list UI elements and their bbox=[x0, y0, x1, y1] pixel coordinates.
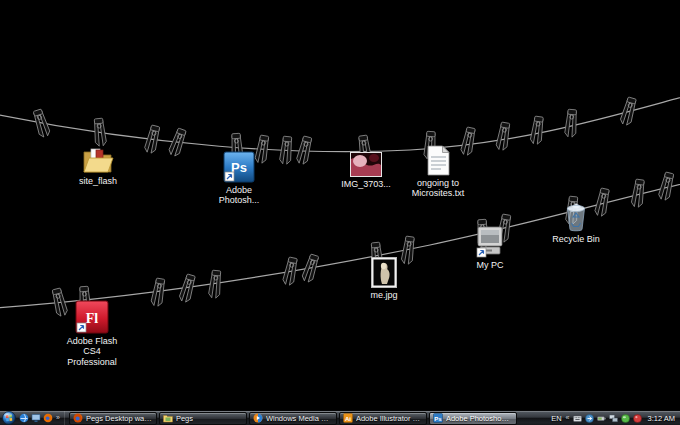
desktop-icon-label: ongoing to Microsites.txt bbox=[412, 178, 465, 199]
desktop-icon-adobe[interactable]: Ps Adobe Photosh... bbox=[204, 151, 274, 206]
desktop-icon-label: Adobe Flash CS4 Professional bbox=[67, 336, 118, 367]
photo-pink-icon bbox=[350, 152, 382, 177]
desktop-icon-me-jpg[interactable]: me.jpg bbox=[349, 257, 419, 300]
desktop-icon-adobe-flash[interactable]: Fl Adobe Flash CS4 Professional bbox=[57, 300, 127, 367]
taskbar-button-pegs[interactable]: Pegs bbox=[159, 412, 247, 425]
taskbar-button-adobe-photoshop-c[interactable]: PsAdobe Photoshop C... bbox=[429, 412, 517, 425]
language-indicator[interactable]: EN bbox=[551, 414, 561, 423]
fl-icon: Fl bbox=[75, 300, 109, 334]
taskbar: » Pegs Desktop wallp... Pegs Windows Med… bbox=[0, 410, 680, 425]
battery-icon[interactable] bbox=[597, 414, 606, 423]
desktop-icon-my-pc[interactable]: My PC bbox=[455, 226, 525, 270]
safely-remove-icon[interactable] bbox=[585, 414, 594, 423]
svg-text:Ps: Ps bbox=[434, 416, 442, 422]
folder-icon bbox=[82, 146, 114, 174]
ps-app-icon: Ps bbox=[433, 413, 443, 423]
network-icon[interactable] bbox=[609, 414, 618, 423]
desktop-screen: site_flash Ps Adobe Photosh... IMG_3703.… bbox=[0, 0, 680, 425]
taskbar-button-adobe-illustrator-cs[interactable]: AiAdobe Illustrator CS... bbox=[339, 412, 427, 425]
taskbar-button-windows-media-pla[interactable]: Windows Media Pla... bbox=[249, 412, 337, 425]
taskbar-button-pegs-desktop-wallp[interactable]: Pegs Desktop wallp... bbox=[69, 412, 157, 425]
start-button[interactable] bbox=[2, 411, 16, 425]
taskbar-button-label: Adobe Illustrator CS... bbox=[356, 414, 423, 423]
taskbar-button-label: Windows Media Pla... bbox=[266, 414, 333, 423]
desktop-icon-label: Adobe Photosh... bbox=[219, 185, 260, 206]
internet-explorer-icon[interactable] bbox=[19, 413, 29, 423]
system-tray: EN « 3:12 AM bbox=[548, 411, 680, 425]
recycle-icon bbox=[564, 203, 588, 232]
firefox-quicklaunch-icon[interactable] bbox=[43, 413, 53, 423]
messenger-icon[interactable] bbox=[621, 414, 630, 423]
desktop-icon-label: IMG_3703... bbox=[341, 179, 391, 189]
desktop-icon-img-3703[interactable]: IMG_3703... bbox=[331, 152, 401, 189]
photo-dark-icon bbox=[371, 257, 397, 288]
taskbar-button-label: Pegs Desktop wallp... bbox=[86, 414, 153, 423]
alert-icon[interactable] bbox=[633, 414, 642, 423]
desktop-icon-layer: site_flash Ps Adobe Photosh... IMG_3703.… bbox=[0, 0, 680, 411]
windows-orb-icon bbox=[2, 411, 16, 425]
desktop-icon-label: site_flash bbox=[79, 176, 117, 186]
desktop-icon-ongoing-to[interactable]: ongoing to Microsites.txt bbox=[403, 145, 473, 199]
pc-icon bbox=[475, 226, 505, 258]
task-buttons: Pegs Desktop wallp... Pegs Windows Media… bbox=[69, 412, 517, 425]
input-indicator-icon[interactable] bbox=[573, 414, 582, 423]
wmp-app-icon bbox=[253, 413, 263, 423]
quick-launch-bar: » bbox=[18, 411, 65, 425]
desktop-icon-label: me.jpg bbox=[370, 290, 397, 300]
svg-text:Ai: Ai bbox=[345, 416, 351, 422]
desktop-icon-label: My PC bbox=[477, 260, 504, 270]
taskbar-button-label: Pegs bbox=[176, 414, 193, 423]
quick-launch-overflow-chevron[interactable]: » bbox=[55, 411, 61, 425]
ai-app-icon: Ai bbox=[343, 413, 353, 423]
svg-text:Fl: Fl bbox=[86, 311, 99, 326]
tray-hidden-icons-chevron[interactable]: « bbox=[565, 411, 571, 425]
show-desktop-icon[interactable] bbox=[31, 413, 41, 423]
taskbar-button-label: Adobe Photoshop C... bbox=[446, 414, 513, 423]
desktop-icon-recycle-bin[interactable]: Recycle Bin bbox=[541, 203, 611, 244]
desktop-icon-site-flash[interactable]: site_flash bbox=[63, 146, 133, 186]
folder-app-icon bbox=[163, 413, 173, 423]
desktop-icon-label: Recycle Bin bbox=[552, 234, 600, 244]
ps-icon: Ps bbox=[223, 151, 255, 183]
clock[interactable]: 3:12 AM bbox=[647, 414, 675, 423]
txt-icon bbox=[427, 145, 450, 176]
firefox-app-icon bbox=[73, 413, 83, 423]
